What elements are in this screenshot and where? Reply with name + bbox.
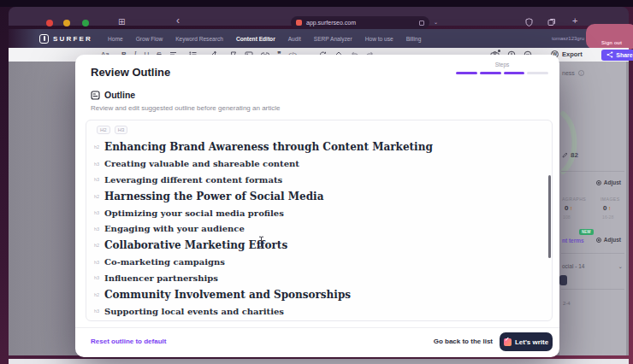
outline-row[interactable]: h3Creating valuable and shareable conten… bbox=[86, 156, 552, 173]
keyword-chip[interactable] bbox=[559, 275, 567, 285]
divider bbox=[561, 171, 624, 172]
account-email: tomasz123gru bbox=[552, 36, 584, 41]
text-cursor bbox=[258, 236, 264, 248]
step-bar-2 bbox=[480, 72, 501, 74]
sidebar-title-fragment: ness i bbox=[562, 70, 584, 76]
nav-item-how-to-use[interactable]: How to use bbox=[365, 36, 393, 42]
step-bar-4 bbox=[527, 72, 548, 74]
chevron-down-icon[interactable]: ⌄ bbox=[434, 18, 438, 26]
images-column-label: IMAGES bbox=[600, 197, 620, 202]
browser-chrome: ⊞ ‹ app.surferseo.com ⌄ + bbox=[9, 7, 629, 26]
terms-filter-dropdown[interactable]: ocial - 14 ⌄ bbox=[562, 263, 623, 270]
outline-row[interactable]: h3Leveraging different content formats bbox=[86, 172, 552, 188]
go-back-button[interactable]: Go back to the list bbox=[434, 338, 493, 345]
screen: ⊞ ‹ app.surferseo.com ⌄ + SURFER Home Gr… bbox=[0, 0, 633, 364]
minimize-window-button[interactable] bbox=[63, 20, 70, 26]
write-sparkle-icon bbox=[504, 338, 512, 346]
term-range: 2-4 bbox=[563, 301, 571, 306]
divider bbox=[561, 289, 624, 290]
outline-row[interactable]: h2Enhancing Brand Awareness through Cont… bbox=[86, 138, 552, 156]
zoom-window-button[interactable] bbox=[82, 20, 89, 26]
divider bbox=[75, 327, 559, 328]
warning-icon: ! bbox=[571, 206, 572, 211]
paragraphs-value: 0 ! bbox=[565, 204, 572, 212]
content-terms-link[interactable]: nt terms bbox=[562, 238, 584, 244]
gear-icon bbox=[596, 238, 601, 243]
apps-icon[interactable]: ⊞ bbox=[118, 18, 125, 26]
surfer-logo[interactable]: SURFER bbox=[39, 34, 92, 44]
outline-row[interactable]: h3Supporting local events and charities bbox=[86, 303, 552, 320]
signout-highlight: Sign out bbox=[586, 24, 633, 50]
nav-item-home[interactable]: Home bbox=[108, 36, 123, 42]
nav-item-audit[interactable]: Audit bbox=[288, 36, 301, 42]
content-score-gauge bbox=[559, 109, 585, 177]
chevron-down-icon: ⌄ bbox=[618, 263, 623, 270]
outline-row[interactable]: h2Community Involvement and Sponsorships bbox=[86, 286, 552, 304]
surfer-logo-icon bbox=[39, 34, 49, 44]
close-window-button[interactable] bbox=[46, 20, 53, 26]
nav-menu: Home Grow Flow Keyword Research Content … bbox=[108, 36, 421, 42]
reset-outline-link[interactable]: Reset outline to default bbox=[91, 338, 166, 345]
outline-icon bbox=[91, 91, 100, 100]
pencil-icon bbox=[562, 152, 568, 158]
dimmed-editor-area bbox=[9, 62, 75, 355]
outline-row[interactable]: h2Harnessing the Power of Social Media bbox=[86, 188, 552, 206]
navbar-dim-edge bbox=[9, 29, 38, 48]
heading-buttons: H2 H3 bbox=[86, 120, 552, 136]
notification-dot bbox=[498, 50, 500, 52]
tabs-overview-icon[interactable] bbox=[547, 18, 556, 26]
info-icon: i bbox=[578, 70, 584, 76]
gear-icon bbox=[596, 180, 601, 185]
modal-title: Review Outline bbox=[91, 66, 170, 79]
step-bar-3 bbox=[504, 72, 525, 74]
back-icon[interactable]: ‹ bbox=[176, 16, 180, 25]
url-text: app.surferseo.com bbox=[306, 20, 356, 26]
address-bar[interactable]: app.surferseo.com bbox=[291, 16, 429, 29]
add-h2-button[interactable]: H2 bbox=[97, 126, 110, 134]
share-icon bbox=[606, 51, 613, 58]
nav-item-billing[interactable]: Billing bbox=[406, 36, 422, 42]
new-tab-icon[interactable]: + bbox=[572, 16, 577, 25]
paragraphs-column-label: AGRAPHS bbox=[562, 197, 586, 202]
divider bbox=[561, 253, 624, 254]
images-value: 0 ! bbox=[603, 204, 611, 212]
paragraphs-range: 108 bbox=[563, 214, 571, 220]
sign-out-link[interactable]: Sign out bbox=[601, 40, 622, 45]
app-navbar: SURFER Home Grow Flow Keyword Research C… bbox=[9, 29, 629, 48]
adjust-terms-button[interactable]: Adjust bbox=[596, 237, 621, 243]
privacy-shield-icon[interactable] bbox=[525, 18, 533, 26]
warning-icon: ! bbox=[609, 206, 611, 211]
score-value: 82 bbox=[562, 151, 578, 159]
lets-write-button[interactable]: Let's write bbox=[500, 332, 553, 351]
desktop-background bbox=[0, 0, 633, 7]
list-scrollbar[interactable] bbox=[548, 175, 551, 258]
window-bottom-strip bbox=[9, 359, 629, 364]
outline-row[interactable]: h3Engaging with your audience bbox=[86, 221, 552, 238]
brand-name: SURFER bbox=[53, 35, 92, 43]
adjust-button[interactable]: Adjust bbox=[596, 179, 621, 185]
section-title: Outline bbox=[104, 90, 135, 100]
site-favicon-icon bbox=[296, 20, 302, 26]
add-h3-button[interactable]: H3 bbox=[115, 126, 128, 134]
nav-item-content-editor[interactable]: Content Editor bbox=[236, 36, 275, 42]
nav-item-serp-analyzer[interactable]: SERP Analyzer bbox=[314, 36, 352, 42]
outline-row[interactable]: h2Collaborative Marketing Efforts bbox=[86, 237, 552, 255]
nav-item-grow-flow[interactable]: Grow Flow bbox=[136, 36, 163, 42]
images-range: 16-28 bbox=[602, 214, 613, 220]
steps-label: Steps bbox=[456, 62, 548, 68]
outline-row[interactable]: h3Influencer partnerships bbox=[86, 270, 552, 286]
outline-row[interactable]: h3Co-marketing campaigns bbox=[86, 255, 552, 271]
nav-item-keyword-research[interactable]: Keyword Research bbox=[175, 36, 223, 42]
outline-editor[interactable]: H2 H3 h2Enhancing Brand Awareness throug… bbox=[86, 120, 553, 321]
new-badge: NEW bbox=[579, 229, 594, 235]
step-bar-1 bbox=[456, 72, 477, 74]
content-score-sidebar: ness i 82 Adjust AGRAPHS IMAGES 0 ! 0 ! … bbox=[559, 62, 626, 355]
extension-icon[interactable] bbox=[419, 21, 424, 26]
outline-row[interactable]: h3Optimizing your social media profiles bbox=[86, 205, 552, 221]
share-button[interactable]: Share bbox=[601, 50, 633, 61]
review-outline-modal: Review Outline Steps Outline Review and … bbox=[75, 55, 559, 357]
section-description: Review and edit suggested outline before… bbox=[91, 104, 280, 112]
steps-progress: Steps bbox=[456, 62, 548, 74]
